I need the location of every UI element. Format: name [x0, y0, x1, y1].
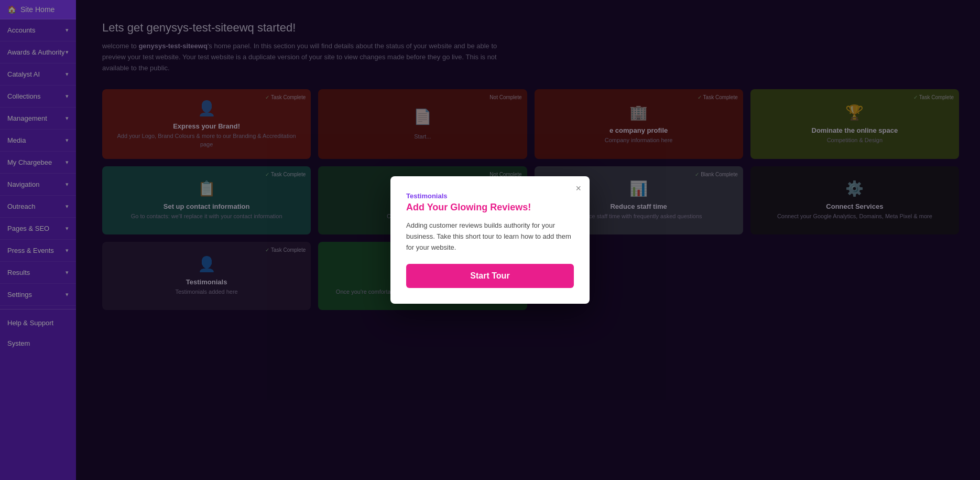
modal-overlay: × Testimonials Add Your Glowing Reviews!…: [0, 0, 980, 480]
modal-title: Add Your Glowing Reviews!: [406, 202, 574, 213]
start-tour-button[interactable]: Start Tour: [406, 264, 574, 288]
modal-dialog: × Testimonials Add Your Glowing Reviews!…: [390, 176, 590, 303]
modal-close-button[interactable]: ×: [575, 184, 581, 193]
modal-tag: Testimonials: [406, 192, 574, 200]
modal-body: Adding customer reviews builds authority…: [406, 220, 574, 253]
